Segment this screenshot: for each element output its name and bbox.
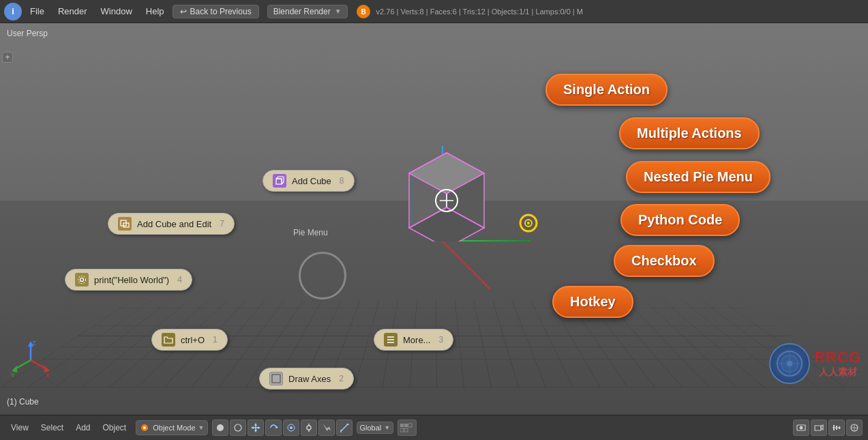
menu-render[interactable]: Render <box>53 5 93 18</box>
svg-text:Y: Y <box>11 372 15 379</box>
edit-icon <box>118 217 132 231</box>
pie-item-draw-axes-label: Draw Axes <box>288 374 331 384</box>
blender-logo: B <box>356 4 371 19</box>
viewport-add-button[interactable]: + <box>2 52 13 63</box>
3d-cube <box>395 132 491 228</box>
pie-item-draw-axes[interactable]: Draw Axes 2 <box>259 368 354 390</box>
mode-chevron-icon: ▼ <box>198 424 205 431</box>
svg-rect-12 <box>276 179 282 184</box>
chevron-down-icon[interactable]: ▼ <box>335 8 342 15</box>
menu-help[interactable]: Help <box>140 5 170 18</box>
watermark: RRCG 人人素材 <box>769 343 861 384</box>
scene-cursor <box>518 213 539 233</box>
pie-item-add-cube-num: 8 <box>340 176 344 186</box>
svg-point-38 <box>235 424 241 431</box>
engine-selector: Blender Render ▼ <box>267 5 348 18</box>
pie-item-add-cube-label: Add Cube <box>292 176 331 186</box>
svg-marker-42 <box>258 426 260 429</box>
svg-marker-59 <box>821 425 823 430</box>
back-to-previous-button[interactable]: ↩ Back to Previous <box>173 5 259 18</box>
svg-marker-41 <box>251 426 254 429</box>
back-icon: ↩ <box>180 7 187 16</box>
watermark-text: RRCG 人人素材 <box>814 349 861 379</box>
menu-file[interactable]: File <box>25 5 50 18</box>
render-button[interactable] <box>793 420 809 436</box>
bottombar: View Select Add Object Object Mode ▼ Glo… <box>0 415 868 440</box>
pie-item-add-cube-edit[interactable]: Add Cube and Edit 7 <box>108 213 235 235</box>
multiple-actions-button[interactable]: Multiple Actions <box>619 117 760 149</box>
scene-button[interactable] <box>846 420 863 436</box>
pie-item-add-cube[interactable]: Add Cube 8 <box>263 170 355 192</box>
svg-text:Z: Z <box>32 340 36 347</box>
layers-button[interactable] <box>398 420 417 436</box>
selected-object-label: (1) Cube <box>7 397 39 407</box>
svg-rect-19 <box>272 375 280 383</box>
pie-item-more[interactable]: More... 3 <box>374 329 453 351</box>
global-selector[interactable]: Global ▼ <box>357 422 394 434</box>
engine-label: Blender Render <box>273 7 331 16</box>
pie-item-hello-world-label: print("Hello World") <box>94 275 169 285</box>
stats-display: v2.76 | Verts:8 | Faces:6 | Tris:12 | Ob… <box>376 8 583 16</box>
cube-icon <box>273 174 286 188</box>
pie-item-ctrl-o[interactable]: ctrl+O 1 <box>151 329 228 351</box>
bottom-menu-add[interactable]: Add <box>70 422 95 434</box>
watermark-logo <box>769 343 810 384</box>
svg-marker-40 <box>254 430 257 432</box>
gear-icon <box>75 273 89 287</box>
axes-widget: Z X Y <box>10 340 51 381</box>
cursor-icon-btn[interactable] <box>318 420 335 436</box>
svg-point-37 <box>217 424 224 431</box>
pie-item-hello-world[interactable]: print("Hello World") 4 <box>65 269 192 291</box>
rotate-transform-button[interactable] <box>265 420 282 436</box>
pie-item-draw-axes-num: 2 <box>339 374 344 383</box>
pie-item-more-label: More... <box>403 335 430 345</box>
hotkey-button[interactable]: Hotkey <box>552 286 633 318</box>
pivot-button[interactable] <box>283 420 299 436</box>
bottom-menu-view[interactable]: View <box>5 422 34 434</box>
pie-item-more-num: 3 <box>438 335 443 344</box>
svg-point-58 <box>800 426 803 430</box>
svg-point-17 <box>80 278 84 282</box>
svg-point-11 <box>527 222 530 224</box>
bottom-menu-object[interactable]: Object <box>98 422 132 434</box>
camera-button[interactable] <box>811 420 827 436</box>
grab-transform-button[interactable] <box>248 420 264 436</box>
wireframe-shading-button[interactable] <box>230 420 246 436</box>
checkbox-button[interactable]: Checkbox <box>614 245 715 277</box>
folder-icon <box>162 333 175 347</box>
topbar: i File Render Window Help ↩ Back to Prev… <box>0 0 868 23</box>
python-code-button[interactable]: Python Code <box>620 204 740 236</box>
svg-point-18 <box>78 276 86 284</box>
svg-text:B: B <box>361 8 365 16</box>
pie-menu-label: Pie Menu <box>293 228 328 237</box>
solid-shading-button[interactable] <box>212 420 228 436</box>
svg-marker-39 <box>254 423 257 426</box>
viewport: User Persp + Pie Menu <box>0 23 868 415</box>
single-action-button[interactable]: Single Action <box>545 74 668 106</box>
svg-line-49 <box>341 424 348 431</box>
object-mode-selector[interactable]: Object Mode ▼ <box>136 420 207 435</box>
global-chevron-icon: ▼ <box>384 424 390 431</box>
pie-item-add-cube-edit-label: Add Cube and Edit <box>137 219 211 229</box>
pie-menu-circle <box>299 252 346 299</box>
checkbox-icon <box>269 372 283 385</box>
snap-button[interactable] <box>301 420 317 436</box>
svg-point-46 <box>307 426 311 430</box>
pie-item-ctrl-o-num: 1 <box>213 335 218 344</box>
menu-window[interactable]: Window <box>95 5 138 18</box>
nested-pie-menu-button[interactable]: Nested Pie Menu <box>626 161 770 193</box>
svg-point-36 <box>143 426 146 429</box>
pie-item-hello-world-num: 4 <box>177 275 182 284</box>
svg-rect-53 <box>404 424 408 427</box>
svg-rect-55 <box>400 428 404 432</box>
blender-info-icon[interactable]: i <box>4 3 22 20</box>
z-axis-line <box>441 240 490 289</box>
svg-point-44 <box>290 426 293 429</box>
pie-item-ctrl-o-label: ctrl+O <box>181 335 205 345</box>
anim-button[interactable] <box>828 420 845 436</box>
bottom-menu-select[interactable]: Select <box>35 422 69 434</box>
object-mode-icon <box>139 422 150 433</box>
pie-item-add-cube-edit-num: 7 <box>220 219 224 229</box>
svg-point-34 <box>787 361 792 366</box>
measure-button[interactable] <box>336 420 353 436</box>
